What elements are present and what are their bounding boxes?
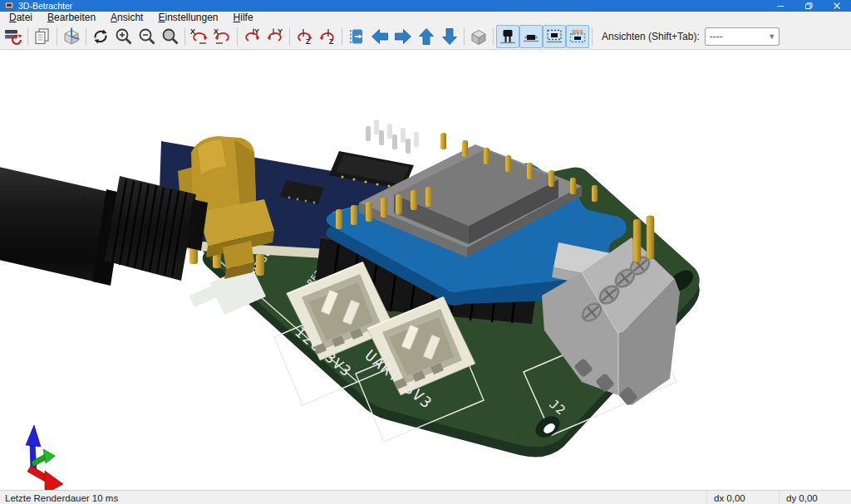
menu-bearbeiten[interactable]: Bearbeiten xyxy=(40,12,103,24)
rotate-x-cw-icon: X xyxy=(189,27,209,46)
toolbar-separator xyxy=(184,27,185,46)
restore-button[interactable] xyxy=(794,0,823,12)
reload-board-button[interactable] xyxy=(2,25,25,48)
dx-readout: dx 0,00 xyxy=(706,491,779,504)
toolbar-separator xyxy=(57,27,57,46)
menu-ansicht[interactable]: Ansicht xyxy=(103,12,150,24)
toolbar-separator xyxy=(27,27,28,46)
app-window: 3D-Betrachter Datei Bearbeiten Ansich xyxy=(0,0,851,504)
rotate-z-ccw-button[interactable]: Z xyxy=(316,25,339,48)
window-title: 3D-Betrachter xyxy=(18,0,766,12)
svg-text:pos: pos xyxy=(573,27,583,35)
ortho-cube-icon xyxy=(469,27,489,46)
rotate-x-ccw-button[interactable]: X xyxy=(211,25,234,48)
menu-hilfe[interactable]: Hilfe xyxy=(226,12,261,24)
rotate-y-ccw-icon: Y xyxy=(265,27,285,46)
pan-left-icon xyxy=(370,27,390,46)
render-options-button[interactable] xyxy=(60,25,83,48)
tall-pin xyxy=(647,216,654,259)
toolbar-separator xyxy=(464,27,465,46)
tall-pin xyxy=(633,219,641,262)
silver-pins xyxy=(366,120,419,154)
toolbar-separator xyxy=(289,27,290,46)
render-time-status: Letzte Renderdauer 10 ms xyxy=(0,493,706,503)
show-tht-models-toggle[interactable] xyxy=(496,25,519,48)
flip-board-icon xyxy=(347,27,366,46)
rotate-z-cw-icon: Z xyxy=(294,27,314,46)
views-dropdown-value: ---- xyxy=(706,31,765,42)
copy-image-button[interactable] xyxy=(31,25,54,48)
module-pin xyxy=(256,254,264,276)
show-models-not-in-posfile-toggle[interactable]: pos xyxy=(566,25,589,48)
menu-bar: Datei Bearbeiten Ansicht Einstellungen H… xyxy=(0,12,851,24)
flip-board-button[interactable] xyxy=(345,25,368,48)
rotate-x-cw-button[interactable]: X xyxy=(188,25,211,48)
axis-gizmo xyxy=(26,425,63,490)
show-smd-models-toggle[interactable] xyxy=(519,25,543,48)
redraw-button[interactable] xyxy=(89,25,112,48)
pan-right-icon xyxy=(393,27,413,46)
toolbar-separator xyxy=(592,27,593,46)
zoom-in-icon xyxy=(114,27,134,46)
silk-filled-stub xyxy=(189,285,219,307)
pan-down-icon xyxy=(440,27,460,46)
tht-component-icon xyxy=(498,27,518,46)
zoom-fit-icon xyxy=(160,27,180,46)
smd-component-icon xyxy=(521,27,541,46)
dy-readout: dy 0,00 xyxy=(779,491,851,504)
show-virtual-models-toggle[interactable] xyxy=(543,25,566,48)
viewport-3d[interactable]: 01+ ESP8266 1_mini nRF24L01P+ xyxy=(0,50,851,490)
zoom-out-icon xyxy=(137,27,157,46)
pan-down-button[interactable] xyxy=(438,25,461,48)
render-cube-icon xyxy=(61,27,81,46)
status-bar: Letzte Renderdauer 10 ms dx 0,00 dy 0,00 xyxy=(0,490,851,504)
rotate-y-cw-icon: Y xyxy=(242,27,262,46)
toolbar-separator xyxy=(237,27,238,46)
rotate-x-ccw-icon: X xyxy=(213,27,233,46)
copy-icon xyxy=(32,27,52,46)
title-bar: 3D-Betrachter xyxy=(0,0,851,12)
main-toolbar: X X Y xyxy=(0,24,851,50)
x-axis-arrow xyxy=(27,466,63,490)
zoom-out-button[interactable] xyxy=(135,25,159,48)
views-label: Ansichten (Shift+Tab): xyxy=(602,31,700,42)
toolbar-separator xyxy=(342,27,342,46)
app-icon xyxy=(5,2,13,10)
chevron-down-icon: ▼ xyxy=(765,32,779,41)
menu-einstellungen[interactable]: Einstellungen xyxy=(150,12,225,24)
toolbar-separator xyxy=(493,27,494,46)
pan-left-button[interactable] xyxy=(368,25,391,48)
menu-datei[interactable]: Datei xyxy=(2,12,40,24)
rotate-z-cw-button[interactable]: Z xyxy=(293,25,316,48)
zoom-in-button[interactable] xyxy=(112,25,135,48)
views-dropdown[interactable]: ---- ▼ xyxy=(705,27,780,46)
reload-board-icon xyxy=(3,27,23,46)
zoom-fit-button[interactable] xyxy=(159,25,182,48)
toolbar-separator xyxy=(86,27,86,46)
rotate-z-ccw-icon: Z xyxy=(317,27,337,46)
rotate-y-ccw-button[interactable]: Y xyxy=(263,25,287,48)
rotate-y-cw-button[interactable]: Y xyxy=(240,25,263,48)
pan-up-icon xyxy=(416,27,436,46)
close-button[interactable] xyxy=(823,0,851,12)
virtual-component-icon xyxy=(544,27,564,46)
redraw-icon xyxy=(91,27,111,46)
board-render: 01+ ESP8266 1_mini nRF24L01P+ xyxy=(0,50,851,490)
minimize-button[interactable] xyxy=(766,0,794,12)
pos-file-icon: pos xyxy=(568,27,588,46)
orthographic-projection-button[interactable] xyxy=(467,25,490,48)
pan-up-button[interactable] xyxy=(415,25,438,48)
pan-right-button[interactable] xyxy=(391,25,415,48)
